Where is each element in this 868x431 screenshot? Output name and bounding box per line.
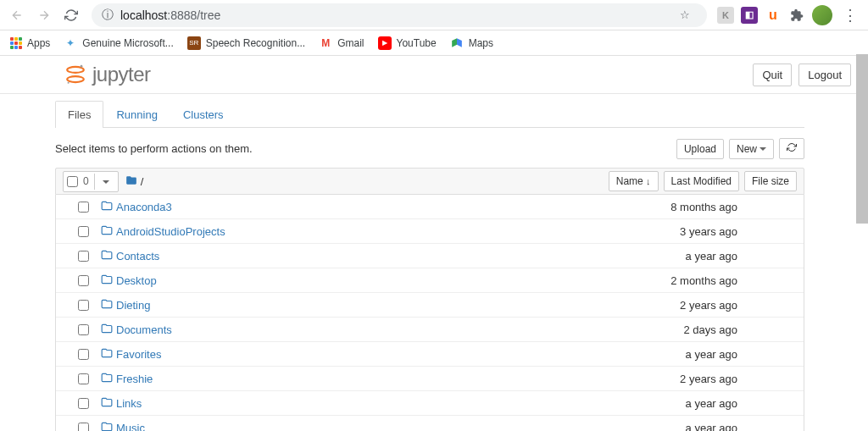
scrollbar[interactable] [856,54,868,224]
bookmark-label: Speech Recognition... [206,37,305,49]
file-list-header: 0 / Name ↓ Last Modified File size [55,168,804,195]
file-checkbox[interactable] [78,423,89,431]
jupyter-logo-text: jupyter [92,63,151,86]
tab-clusters[interactable]: Clusters [170,101,236,128]
folder-home-icon[interactable] [125,174,137,189]
file-name-link[interactable]: Dieting [116,299,150,312]
file-name-link[interactable]: Links [116,397,142,410]
back-button[interactable] [7,5,27,25]
bookmark-gmail[interactable]: M Gmail [319,36,364,50]
forward-button[interactable] [34,5,54,25]
breadcrumb: / [125,174,144,189]
file-checkbox[interactable] [78,398,89,409]
file-checkbox[interactable] [78,275,89,286]
svg-point-0 [67,67,84,73]
file-list: Anaconda38 months agoAndroidStudioProjec… [55,195,804,431]
files-toolbar: Select items to perform actions on them.… [55,128,804,168]
file-checkbox[interactable] [78,251,89,262]
extension-o-icon[interactable]: ◧ [741,7,758,24]
file-row: Contactsa year ago [56,244,804,268]
bookmark-label: YouTube [397,37,437,49]
file-row: Documents2 days ago [56,318,804,342]
sort-name-button[interactable]: Name ↓ [609,171,659,191]
quit-button[interactable]: Quit [753,64,792,86]
toolbar-hint: Select items to perform actions on them. [55,142,253,155]
file-checkbox[interactable] [78,373,89,384]
refresh-button[interactable] [779,138,804,159]
file-checkbox[interactable] [78,300,89,311]
arrow-down-icon: ↓ [646,176,651,186]
new-button[interactable]: New [729,139,774,159]
file-row: Desktop2 months ago [56,268,804,293]
browser-menu-icon[interactable]: ⋮ [839,6,861,25]
url-text: localhost:8888/tree [120,8,220,22]
microsoft-icon: ✦ [64,36,77,50]
bookmark-speech[interactable]: SR Speech Recognition... [187,36,305,50]
jupyter-logo[interactable]: jupyter [64,63,151,86]
folder-icon [101,224,113,239]
extension-k-icon[interactable]: K [717,7,734,24]
folder-icon [101,323,113,337]
file-checkbox[interactable] [78,324,89,335]
svg-point-3 [68,82,70,84]
folder-icon [101,274,113,288]
file-modified: a year ago [686,422,797,431]
bookmark-apps[interactable]: Apps [10,37,50,49]
profile-avatar[interactable] [812,5,832,25]
bookmark-youtube[interactable]: ▶ YouTube [378,36,437,50]
file-modified: 2 years ago [680,373,797,385]
svg-point-2 [81,65,83,68]
bookmark-label: Gmail [337,37,364,49]
file-modified: a year ago [686,250,797,262]
select-all-control[interactable]: 0 [63,171,119,192]
file-modified: 3 years ago [680,225,797,238]
select-all-checkbox[interactable] [67,176,78,187]
tab-files[interactable]: Files [55,101,103,128]
sort-size-button[interactable]: File size [744,171,797,191]
bookmark-maps[interactable]: Maps [450,36,493,50]
reload-button[interactable] [61,5,81,25]
extension-u-icon[interactable]: u [765,7,782,24]
tab-running[interactable]: Running [103,101,170,128]
address-bar[interactable]: ⓘ localhost:8888/tree ☆ [92,3,707,27]
bookmarks-bar: Apps ✦ Genuine Microsoft... SR Speech Re… [0,30,868,56]
bookmark-microsoft[interactable]: ✦ Genuine Microsoft... [64,36,173,50]
info-icon: ⓘ [102,8,114,23]
bookmark-label: Apps [27,37,50,49]
youtube-icon: ▶ [378,36,392,50]
file-row: Musica year ago [56,416,804,431]
jupyter-logo-icon [64,63,87,86]
select-dropdown-caret[interactable] [94,174,114,190]
upload-button[interactable]: Upload [676,139,724,159]
file-name-link[interactable]: Music [116,422,145,431]
main-content: Files Running Clusters Select items to p… [0,101,868,431]
file-name-link[interactable]: Favorites [116,348,161,361]
sort-modified-button[interactable]: Last Modified [664,171,739,191]
breadcrumb-root[interactable]: / [141,175,144,188]
file-checkbox[interactable] [78,226,89,237]
apps-icon [10,37,22,49]
svg-point-1 [67,76,84,82]
folder-icon [101,372,113,386]
folder-icon [101,200,113,214]
file-checkbox[interactable] [78,349,89,360]
bookmark-label: Genuine Microsoft... [82,37,173,49]
file-name-link[interactable]: Documents [116,323,172,336]
speech-icon: SR [187,36,201,50]
jupyter-header: jupyter Quit Logout [0,56,868,94]
file-modified: a year ago [686,348,797,361]
file-name-link[interactable]: Desktop [116,274,157,287]
file-row: Favoritesa year ago [56,342,804,367]
extension-icons: K ◧ u ⋮ [717,5,861,25]
file-row: Anaconda38 months ago [56,195,804,219]
bookmark-star-icon[interactable]: ☆ [673,8,697,21]
extensions-puzzle-icon[interactable] [788,7,805,24]
file-name-link[interactable]: Freshie [116,373,153,385]
file-name-link[interactable]: Contacts [116,250,159,262]
file-checkbox[interactable] [78,202,89,213]
file-name-link[interactable]: AndroidStudioProjects [116,225,225,238]
gmail-icon: M [319,36,332,50]
tab-bar: Files Running Clusters [55,101,804,128]
logout-button[interactable]: Logout [798,64,851,86]
file-name-link[interactable]: Anaconda3 [116,201,172,213]
